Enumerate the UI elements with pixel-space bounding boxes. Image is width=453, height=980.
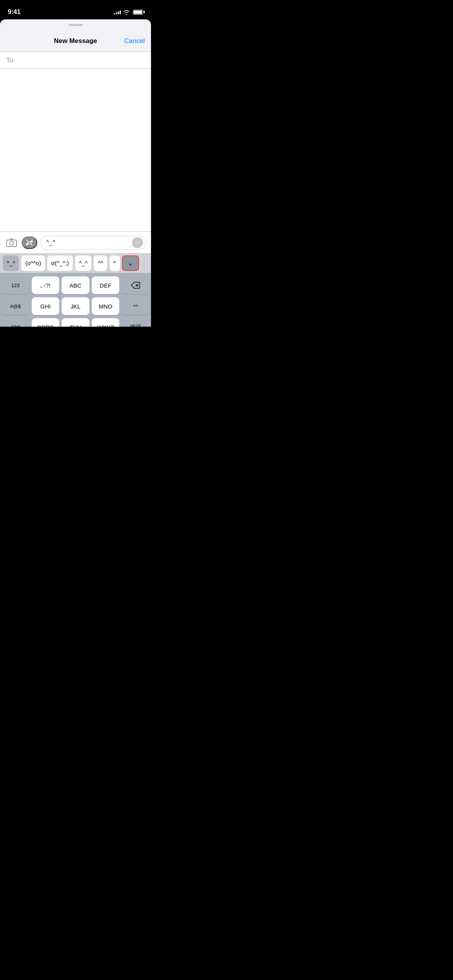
svg-rect-0 — [7, 240, 17, 247]
key-mno[interactable]: MNO — [92, 297, 120, 315]
suggestion-item-4[interactable]: ^_^ — [75, 255, 91, 271]
keyboard-rows: 123 ､◦?! ABC DEF #@$ GHI JKL MNO ^^ ABC … — [0, 273, 151, 327]
suggestion-item-3[interactable]: σ(^_^;) — [47, 255, 73, 271]
wifi-icon — [123, 10, 130, 15]
app-store-button[interactable] — [22, 236, 37, 249]
suggestion-item-2[interactable]: (o^^o) — [21, 255, 45, 271]
key-punctuation[interactable]: ､◦?! — [32, 276, 60, 294]
message-input[interactable] — [46, 239, 132, 246]
send-button[interactable]: ↑ — [132, 237, 143, 248]
to-input[interactable] — [17, 57, 145, 64]
sheet-handle-area — [0, 19, 151, 30]
key-wxyz[interactable]: WXYZ — [92, 318, 120, 327]
key-hash[interactable]: #@$ — [2, 297, 29, 315]
page-title: New Message — [54, 37, 97, 45]
suggestion-chevron-button[interactable]: ⌄ — [122, 255, 139, 271]
key-row-1: 123 ､◦?! ABC DEF — [2, 276, 149, 294]
suggestion-item-1[interactable]: ^_^ — [3, 255, 19, 271]
to-field[interactable]: To: — [0, 52, 151, 69]
key-tuv[interactable]: TUV — [62, 318, 89, 327]
backspace-button[interactable] — [122, 276, 149, 294]
to-label: To: — [6, 57, 15, 64]
key-ghi[interactable]: GHI — [32, 297, 60, 315]
suggestion-item-5[interactable]: ^^ — [94, 255, 107, 271]
suggestion-item-6[interactable]: ^ — [110, 255, 120, 271]
battery-icon — [133, 10, 143, 15]
key-row-3: ABC PQRS TUV WXYZ 確認 — [2, 318, 149, 327]
status-bar: 9:41 — [0, 0, 151, 19]
chevron-down-icon: ⌄ — [128, 259, 133, 267]
cancel-button[interactable]: Cancel — [124, 37, 145, 45]
sheet-handle — [69, 24, 82, 26]
key-123[interactable]: 123 — [2, 276, 29, 294]
status-time: 9:41 — [8, 8, 21, 16]
key-row-2: #@$ GHI JKL MNO ^^ — [2, 297, 149, 315]
status-icons — [114, 10, 143, 15]
key-abc[interactable]: ABC — [62, 276, 89, 294]
key-pqrs[interactable]: PQRS — [32, 318, 60, 327]
input-toolbar: ↑ — [0, 231, 151, 253]
suggestion-bar: ^_^ (o^^o) σ(^_^;) ^_^ ^^ ^ ⌄ — [0, 253, 151, 273]
backspace-icon — [131, 282, 140, 289]
message-input-container[interactable]: ↑ — [40, 236, 146, 250]
confirm-button[interactable]: 確認 — [122, 318, 149, 327]
app-store-icon — [25, 238, 34, 247]
message-body[interactable] — [0, 69, 151, 231]
caps-button[interactable]: ^^ — [122, 297, 149, 315]
key-def[interactable]: DEF — [92, 276, 120, 294]
camera-button[interactable] — [5, 236, 19, 250]
camera-icon — [6, 238, 17, 247]
key-abc-switch[interactable]: ABC — [2, 318, 29, 327]
svg-point-1 — [10, 241, 14, 245]
key-jkl[interactable]: JKL — [62, 297, 89, 315]
keyboard-area: ^_^ (o^^o) σ(^_^;) ^_^ ^^ ^ ⌄ 123 ､◦?! A… — [0, 253, 151, 327]
signal-bars-icon — [114, 10, 121, 14]
send-icon: ↑ — [136, 240, 139, 245]
nav-header: New Message Cancel — [0, 30, 151, 52]
